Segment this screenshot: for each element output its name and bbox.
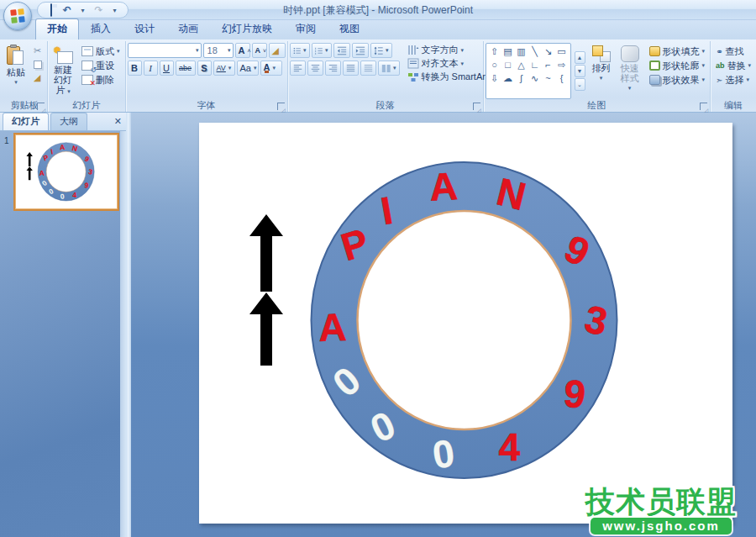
panel-scrollbar[interactable]: [120, 131, 126, 537]
layout-button[interactable]: 版式▾: [78, 45, 123, 58]
shape-gallery-item[interactable]: ▭: [555, 45, 569, 58]
justify-button[interactable]: [343, 61, 359, 76]
up-arrow-shape[interactable]: [26, 152, 32, 166]
font-color-button[interactable]: A▾: [260, 61, 282, 76]
new-slide-button[interactable]: ✹ 新建 幻灯片 ▾: [50, 43, 76, 99]
tab-review[interactable]: 审阅: [284, 18, 328, 39]
shape-gallery-item[interactable]: ⇩: [488, 71, 501, 85]
ring-character[interactable]: 4: [498, 425, 520, 469]
shape-gallery-item[interactable]: □: [501, 58, 515, 71]
shape-gallery-item[interactable]: ↘: [542, 45, 555, 58]
italic-button[interactable]: I: [144, 61, 158, 76]
reset-button[interactable]: 重设: [78, 59, 123, 72]
columns-button[interactable]: ▾: [378, 61, 400, 76]
group-clipboard: 粘贴 ▾ ✂ ◢ 剪贴板: [2, 41, 48, 112]
align-right-button[interactable]: [325, 61, 341, 76]
delete-button[interactable]: 删除: [78, 73, 123, 87]
character-spacing-button[interactable]: AV▾: [213, 61, 235, 76]
find-button[interactable]: ⚭查找: [712, 45, 754, 58]
align-center-button[interactable]: [307, 61, 323, 76]
shape-gallery-item[interactable]: ∟: [528, 58, 542, 71]
font-name-combo[interactable]: ▾: [128, 43, 202, 58]
up-arrow-shape[interactable]: [26, 166, 32, 180]
shape-effects-button[interactable]: 形状效果▾: [646, 73, 709, 87]
text-shadow-button[interactable]: S: [197, 61, 212, 76]
strikethrough-button[interactable]: abe: [176, 61, 196, 76]
grow-font-button[interactable]: A˄: [235, 43, 250, 58]
shape-gallery-item[interactable]: ⇨: [555, 58, 569, 71]
paste-button[interactable]: 粘贴 ▾: [3, 43, 29, 99]
copy-button[interactable]: [30, 58, 45, 71]
ring-character[interactable]: 9: [562, 371, 588, 416]
ring-inner-circle[interactable]: [46, 151, 86, 192]
shape-gallery-item[interactable]: ⌐: [542, 58, 555, 71]
underline-button[interactable]: U: [160, 61, 174, 76]
shape-gallery-item[interactable]: ʃ: [515, 71, 528, 85]
tab-view[interactable]: 视图: [328, 18, 371, 39]
tab-design[interactable]: 设计: [123, 18, 166, 39]
shapes-more-icon[interactable]: ⌄: [575, 78, 585, 91]
up-arrow-shape[interactable]: [249, 292, 283, 366]
format-painter-button[interactable]: ◢: [30, 71, 45, 84]
up-arrow-shape[interactable]: [249, 214, 283, 292]
cut-button[interactable]: ✂: [30, 45, 45, 57]
tab-slideshow[interactable]: 幻灯片放映: [210, 18, 284, 39]
slide-thumbnail[interactable]: AN9394000API: [13, 133, 119, 211]
shapes-scroll-up-icon[interactable]: ▲: [575, 51, 585, 64]
ring-character[interactable]: A: [60, 142, 66, 150]
clipboard-dialog-launcher-icon[interactable]: [37, 103, 45, 110]
group-editing: ⚭查找 ab替换▾ ➣选择▾ 编辑: [711, 41, 756, 112]
paste-caret-icon: ▾: [14, 77, 18, 87]
ring-character[interactable]: A: [428, 164, 459, 209]
increase-indent-button[interactable]: [352, 43, 369, 58]
align-center-icon: [311, 63, 320, 74]
shape-gallery-item[interactable]: ╲: [528, 45, 542, 58]
office-button[interactable]: [3, 2, 32, 30]
select-button[interactable]: ➣选择▾: [712, 73, 754, 87]
align-left-button[interactable]: [290, 61, 306, 76]
slide-canvas[interactable]: AN9394000API: [199, 123, 732, 524]
decrease-indent-button[interactable]: [333, 43, 350, 58]
font-dialog-launcher-icon[interactable]: [277, 103, 285, 110]
bold-button[interactable]: B: [128, 61, 142, 76]
numbering-button[interactable]: ▾: [312, 43, 332, 58]
shape-gallery-item[interactable]: ○: [488, 58, 501, 71]
tab-insert[interactable]: 插入: [79, 18, 123, 39]
quick-styles-button[interactable]: 快速样式 ▾: [617, 43, 643, 99]
shape-fill-button[interactable]: 形状填充▾: [646, 45, 709, 58]
shape-gallery-item[interactable]: ▤: [501, 45, 515, 58]
tab-animations[interactable]: 动画: [166, 18, 210, 39]
change-case-button[interactable]: Aa▾: [237, 61, 259, 76]
bullets-button[interactable]: ▾: [290, 43, 310, 58]
clear-formatting-button[interactable]: ◢: [269, 43, 286, 58]
paragraph-dialog-launcher-icon[interactable]: [473, 103, 480, 110]
shape-gallery-item[interactable]: ⇧: [488, 45, 501, 58]
ring-inner-circle[interactable]: [358, 211, 571, 429]
panel-tab-outline[interactable]: 大纲: [50, 113, 87, 130]
font-size-combo[interactable]: 18▾: [203, 43, 234, 58]
ring-character[interactable]: A: [39, 168, 44, 176]
ring-character[interactable]: A: [318, 305, 347, 350]
content-area: 幻灯片 大纲 ✕ 1 AN9394000API AN9394000API 技术员…: [0, 113, 756, 537]
replace-button[interactable]: ab替换▾: [712, 59, 754, 72]
panel-tab-slides[interactable]: 幻灯片: [3, 113, 49, 130]
ring-character[interactable]: 4: [72, 191, 76, 199]
shape-gallery-item[interactable]: ~: [542, 71, 555, 85]
text-direction-icon: [407, 45, 419, 55]
shape-gallery-item[interactable]: ☁: [501, 71, 515, 85]
drawing-dialog-launcher-icon[interactable]: [700, 103, 707, 110]
window-title: 时钟.ppt [兼容模式] - Microsoft PowerPoint: [0, 3, 756, 18]
shape-gallery-item[interactable]: ▥: [515, 45, 528, 58]
shape-gallery-item[interactable]: △: [515, 58, 528, 71]
line-spacing-button[interactable]: ▾: [370, 43, 392, 58]
tab-home[interactable]: 开始: [35, 18, 79, 39]
shape-outline-button[interactable]: 形状轮廓▾: [646, 59, 709, 72]
shapes-scroll-down-icon[interactable]: ▼: [575, 65, 585, 77]
panel-close-icon[interactable]: ✕: [114, 116, 122, 127]
shrink-font-button[interactable]: A˅: [252, 43, 267, 58]
shape-fill-icon: [649, 46, 660, 56]
distribute-button[interactable]: [360, 61, 376, 76]
shape-gallery-item[interactable]: ∿: [528, 71, 542, 85]
arrange-button[interactable]: 排列 ▾: [589, 43, 614, 99]
shape-gallery-item[interactable]: {: [555, 71, 569, 85]
